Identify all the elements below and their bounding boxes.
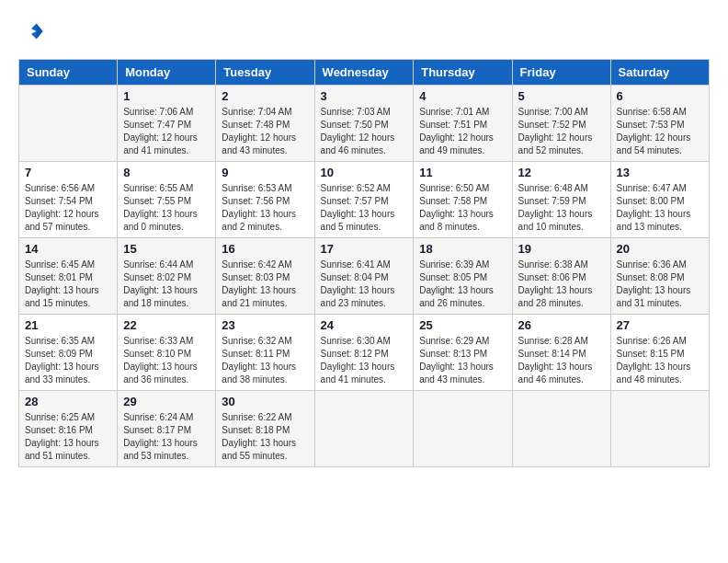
day-info: Sunrise: 6:42 AMSunset: 8:03 PMDaylight:…	[222, 259, 308, 310]
day-info: Sunrise: 6:26 AMSunset: 8:15 PMDaylight:…	[617, 335, 703, 386]
day-cell	[414, 391, 512, 467]
day-info: Sunrise: 6:56 AMSunset: 7:54 PMDaylight:…	[25, 182, 111, 234]
day-cell: 18Sunrise: 6:39 AMSunset: 8:05 PMDayligh…	[414, 238, 512, 315]
day-cell: 3Sunrise: 7:03 AMSunset: 7:50 PMDaylight…	[314, 86, 414, 162]
day-cell: 20Sunrise: 6:36 AMSunset: 8:08 PMDayligh…	[610, 238, 709, 315]
day-cell: 30Sunrise: 6:22 AMSunset: 8:18 PMDayligh…	[216, 391, 314, 467]
day-number: 4	[419, 89, 506, 103]
svg-marker-1	[37, 24, 43, 40]
day-number: 22	[123, 318, 210, 332]
day-cell: 13Sunrise: 6:47 AMSunset: 8:00 PMDayligh…	[610, 162, 709, 238]
week-row-4: 21Sunrise: 6:35 AMSunset: 8:09 PMDayligh…	[19, 315, 710, 391]
day-cell	[512, 391, 610, 467]
day-info: Sunrise: 6:55 AMSunset: 7:55 PMDaylight:…	[123, 182, 210, 234]
week-row-1: 1Sunrise: 7:06 AMSunset: 7:47 PMDaylight…	[19, 86, 710, 162]
day-info: Sunrise: 6:35 AMSunset: 8:09 PMDaylight:…	[25, 335, 111, 386]
day-cell: 23Sunrise: 6:32 AMSunset: 8:11 PMDayligh…	[216, 315, 314, 391]
day-number: 21	[25, 318, 111, 332]
day-number: 9	[222, 166, 308, 179]
header-cell-tuesday: Tuesday	[216, 60, 314, 86]
week-row-3: 14Sunrise: 6:45 AMSunset: 8:01 PMDayligh…	[19, 238, 710, 315]
day-info: Sunrise: 6:52 AMSunset: 7:57 PMDaylight:…	[321, 182, 408, 234]
day-number: 26	[518, 318, 605, 332]
day-cell	[314, 391, 414, 467]
header-cell-monday: Monday	[118, 60, 216, 86]
day-info: Sunrise: 6:33 AMSunset: 8:10 PMDaylight:…	[123, 335, 210, 386]
day-number: 6	[617, 89, 703, 103]
day-number: 30	[222, 395, 308, 408]
week-row-2: 7Sunrise: 6:56 AMSunset: 7:54 PMDaylight…	[19, 162, 710, 238]
day-number: 17	[321, 242, 408, 256]
day-cell: 8Sunrise: 6:55 AMSunset: 7:55 PMDaylight…	[118, 162, 216, 238]
header-cell-friday: Friday	[512, 60, 610, 86]
day-info: Sunrise: 7:03 AMSunset: 7:50 PMDaylight:…	[321, 106, 408, 157]
calendar-body: 1Sunrise: 7:06 AMSunset: 7:47 PMDaylight…	[19, 86, 710, 467]
header-cell-wednesday: Wednesday	[314, 60, 414, 86]
day-cell: 5Sunrise: 7:00 AMSunset: 7:52 PMDaylight…	[512, 86, 610, 162]
day-number: 7	[25, 166, 111, 179]
day-info: Sunrise: 6:44 AMSunset: 8:02 PMDaylight:…	[123, 259, 210, 310]
calendar-header: SundayMondayTuesdayWednesdayThursdayFrid…	[19, 60, 710, 86]
day-number: 16	[222, 242, 308, 256]
day-info: Sunrise: 6:58 AMSunset: 7:53 PMDaylight:…	[617, 106, 703, 157]
day-info: Sunrise: 7:00 AMSunset: 7:52 PMDaylight:…	[518, 106, 605, 157]
day-number: 11	[419, 166, 506, 179]
day-number: 25	[419, 318, 506, 332]
day-number: 28	[25, 395, 111, 408]
day-number: 5	[518, 89, 605, 103]
day-number: 10	[321, 166, 408, 179]
day-cell: 19Sunrise: 6:38 AMSunset: 8:06 PMDayligh…	[512, 238, 610, 315]
day-info: Sunrise: 7:01 AMSunset: 7:51 PMDaylight:…	[419, 106, 506, 157]
day-info: Sunrise: 6:32 AMSunset: 8:11 PMDaylight:…	[222, 335, 308, 386]
day-info: Sunrise: 6:36 AMSunset: 8:08 PMDaylight:…	[617, 259, 703, 310]
day-number: 24	[321, 318, 408, 332]
day-info: Sunrise: 6:45 AMSunset: 8:01 PMDaylight:…	[25, 259, 111, 310]
day-info: Sunrise: 6:41 AMSunset: 8:04 PMDaylight:…	[321, 259, 408, 310]
day-number: 14	[25, 242, 111, 256]
day-number: 12	[518, 166, 605, 179]
day-info: Sunrise: 6:47 AMSunset: 8:00 PMDaylight:…	[617, 182, 703, 234]
day-cell: 27Sunrise: 6:26 AMSunset: 8:15 PMDayligh…	[610, 315, 709, 391]
day-cell: 10Sunrise: 6:52 AMSunset: 7:57 PMDayligh…	[314, 162, 414, 238]
day-cell: 26Sunrise: 6:28 AMSunset: 8:14 PMDayligh…	[512, 315, 610, 391]
page-header	[18, 18, 710, 44]
day-cell: 28Sunrise: 6:25 AMSunset: 8:16 PMDayligh…	[19, 391, 118, 467]
day-cell: 14Sunrise: 6:45 AMSunset: 8:01 PMDayligh…	[19, 238, 118, 315]
day-number: 29	[123, 395, 210, 408]
day-cell: 15Sunrise: 6:44 AMSunset: 8:02 PMDayligh…	[118, 238, 216, 315]
logo-icon	[18, 18, 44, 44]
day-number: 1	[123, 89, 210, 103]
logo	[18, 18, 48, 44]
day-info: Sunrise: 6:48 AMSunset: 7:59 PMDaylight:…	[518, 182, 605, 234]
day-info: Sunrise: 6:22 AMSunset: 8:18 PMDaylight:…	[222, 411, 308, 463]
header-cell-thursday: Thursday	[414, 60, 512, 86]
calendar-table: SundayMondayTuesdayWednesdayThursdayFrid…	[18, 59, 710, 467]
day-cell: 16Sunrise: 6:42 AMSunset: 8:03 PMDayligh…	[216, 238, 314, 315]
day-info: Sunrise: 6:50 AMSunset: 7:58 PMDaylight:…	[419, 182, 506, 234]
day-cell: 29Sunrise: 6:24 AMSunset: 8:17 PMDayligh…	[118, 391, 216, 467]
day-info: Sunrise: 6:24 AMSunset: 8:17 PMDaylight:…	[123, 411, 210, 463]
day-number: 13	[617, 166, 703, 179]
day-number: 23	[222, 318, 308, 332]
day-info: Sunrise: 6:29 AMSunset: 8:13 PMDaylight:…	[419, 335, 506, 386]
day-cell: 12Sunrise: 6:48 AMSunset: 7:59 PMDayligh…	[512, 162, 610, 238]
day-info: Sunrise: 6:53 AMSunset: 7:56 PMDaylight:…	[222, 182, 308, 234]
day-cell: 6Sunrise: 6:58 AMSunset: 7:53 PMDaylight…	[610, 86, 709, 162]
day-cell: 17Sunrise: 6:41 AMSunset: 8:04 PMDayligh…	[314, 238, 414, 315]
day-cell: 22Sunrise: 6:33 AMSunset: 8:10 PMDayligh…	[118, 315, 216, 391]
day-info: Sunrise: 6:38 AMSunset: 8:06 PMDaylight:…	[518, 259, 605, 310]
day-cell: 11Sunrise: 6:50 AMSunset: 7:58 PMDayligh…	[414, 162, 512, 238]
day-number: 20	[617, 242, 703, 256]
header-cell-saturday: Saturday	[610, 60, 709, 86]
day-cell	[610, 391, 709, 467]
day-info: Sunrise: 6:30 AMSunset: 8:12 PMDaylight:…	[321, 335, 408, 386]
day-cell: 4Sunrise: 7:01 AMSunset: 7:51 PMDaylight…	[414, 86, 512, 162]
day-info: Sunrise: 7:06 AMSunset: 7:47 PMDaylight:…	[123, 106, 210, 157]
day-cell: 21Sunrise: 6:35 AMSunset: 8:09 PMDayligh…	[19, 315, 118, 391]
day-info: Sunrise: 6:39 AMSunset: 8:05 PMDaylight:…	[419, 259, 506, 310]
week-row-5: 28Sunrise: 6:25 AMSunset: 8:16 PMDayligh…	[19, 391, 710, 467]
day-number: 27	[617, 318, 703, 332]
day-number: 19	[518, 242, 605, 256]
day-cell: 25Sunrise: 6:29 AMSunset: 8:13 PMDayligh…	[414, 315, 512, 391]
day-number: 2	[222, 89, 308, 103]
